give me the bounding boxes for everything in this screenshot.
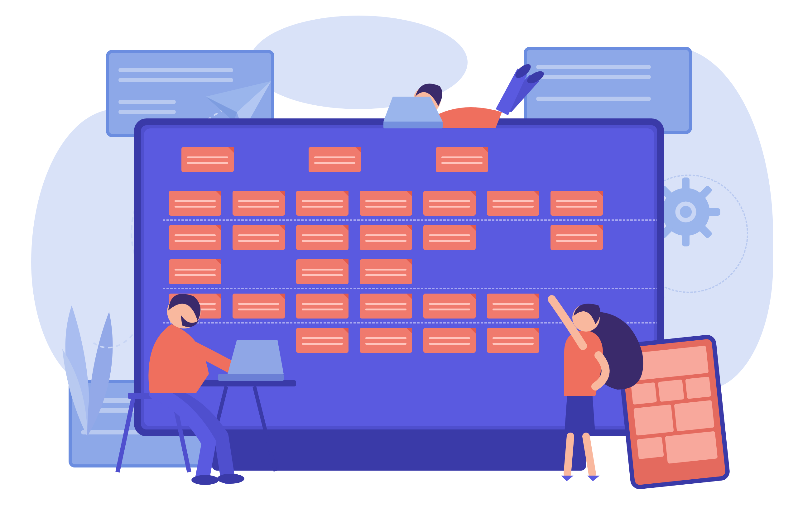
task-card [423,225,476,250]
task-card [551,225,603,250]
svg-rect-4 [682,178,689,191]
task-card [360,259,412,284]
person-standing-right [530,290,651,483]
svg-rect-7 [707,208,720,216]
task-card [551,191,603,216]
person-lying-top [362,59,555,140]
task-card [360,191,412,216]
svg-rect-30 [218,374,284,381]
task-card [423,328,476,353]
task-card [296,259,348,284]
task-card [232,225,285,250]
task-card [182,147,234,172]
person-sitting-left [115,281,302,486]
svg-point-27 [191,475,219,485]
task-card [360,225,412,250]
task-card [487,191,539,216]
svg-rect-19 [383,121,443,128]
task-card [360,328,412,353]
task-card [436,147,488,172]
task-card [423,293,476,319]
task-card [296,225,348,250]
task-card [169,225,221,250]
task-card [169,191,221,216]
svg-rect-25 [252,386,277,472]
svg-rect-21 [115,399,135,473]
svg-point-13 [680,206,692,218]
task-card [360,293,412,319]
svg-point-26 [217,474,244,484]
task-card [296,191,348,216]
task-card [296,293,348,319]
svg-rect-5 [682,233,689,246]
task-card [296,328,348,353]
task-card [423,191,476,216]
task-card [309,147,361,172]
task-card [232,191,285,216]
